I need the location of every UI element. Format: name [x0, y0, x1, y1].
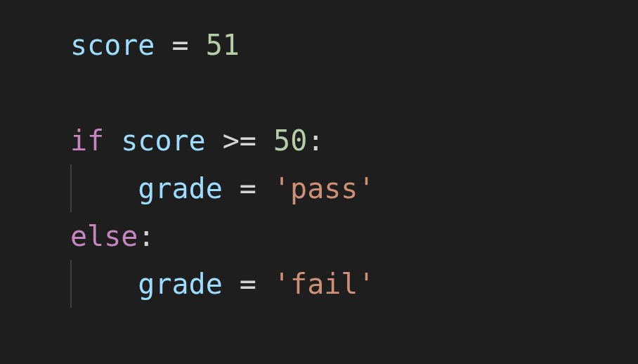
number-token: 51 [206, 29, 240, 61]
space-token [104, 124, 121, 157]
space-token [256, 124, 273, 157]
operator-token: >= [223, 124, 256, 157]
code-line-5: else: [70, 212, 638, 260]
string-token: 'fail' [273, 268, 375, 300]
variable-token: grade [138, 172, 222, 204]
operator-token: = [223, 172, 273, 204]
keyword-token: else [70, 220, 138, 252]
string-token: 'pass' [273, 172, 375, 204]
code-line-4: grade = 'pass' [70, 164, 638, 212]
keyword-token: if [70, 124, 104, 157]
code-line-1: score = 51 [70, 21, 638, 69]
code-line-3: if score >= 50: [70, 117, 638, 164]
number-token: 50 [273, 124, 307, 157]
indent-container [70, 164, 138, 212]
variable-token: grade [138, 268, 222, 300]
space-token [206, 124, 223, 157]
variable-token: score [121, 124, 205, 157]
punct-token: : [307, 124, 324, 157]
operator-token: = [155, 29, 205, 61]
punct-token: : [138, 220, 155, 252]
indent-container [70, 260, 138, 308]
indent-token [70, 172, 138, 204]
operator-token: = [223, 268, 273, 300]
code-line-6: grade = 'fail' [70, 260, 638, 308]
variable-token: score [70, 29, 155, 61]
indent-guide-icon [70, 164, 72, 212]
indent-guide-icon [70, 260, 72, 308]
code-line-blank [70, 69, 638, 117]
indent-token [70, 268, 138, 300]
